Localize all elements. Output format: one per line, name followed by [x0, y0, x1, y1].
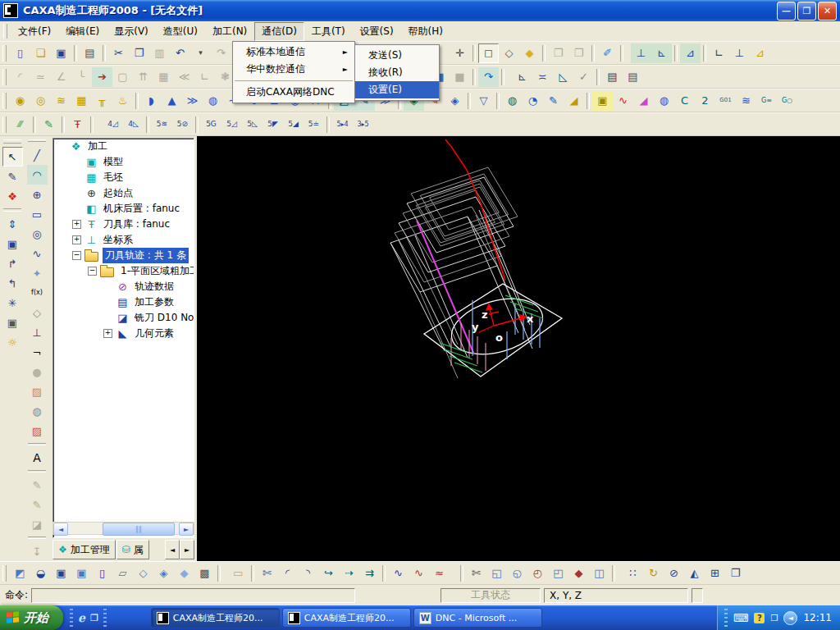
four-axis-a-icon[interactable]: 4◿	[103, 115, 123, 135]
text-tool-icon[interactable]: A	[27, 448, 48, 468]
construct-lines-icon[interactable]: ✳	[2, 293, 23, 313]
surface-sew-icon[interactable]: ◫	[589, 564, 609, 583]
menu-item-send[interactable]: 发送(S)	[355, 47, 439, 64]
spline-tool-icon[interactable]: ∿	[27, 244, 48, 263]
tree-item-model[interactable]: ▣模型	[53, 154, 194, 170]
scrollbar-thumb[interactable]: ‖‖	[103, 523, 175, 536]
tree-item-label[interactable]: 刀具库 : fanuc	[101, 217, 172, 232]
new-file-icon[interactable]: ▯	[10, 43, 30, 63]
engrave-icon[interactable]: ✎	[543, 91, 564, 111]
fillet-icon[interactable]: ◜	[277, 564, 298, 583]
image-box-icon[interactable]: ▣	[2, 313, 23, 332]
surface-cut-icon[interactable]: ◆	[568, 564, 589, 583]
tree-item-geometry-elements[interactable]: +◣几何元素	[53, 326, 194, 341]
window-tray-icon[interactable]: ❐	[770, 614, 778, 623]
square-spiral-icon[interactable]: ▣	[592, 91, 613, 111]
copy-icon[interactable]: ❐	[129, 43, 149, 63]
idea-bulb-icon[interactable]: ☼	[2, 332, 23, 352]
groove-mill-icon[interactable]: ▽	[473, 91, 494, 111]
wireframe-display-icon[interactable]: ◻	[478, 43, 499, 63]
bounding-box-icon[interactable]: ▩	[194, 564, 215, 583]
rotate-transform-icon[interactable]: ↻	[643, 564, 664, 583]
five-axis-wave-icon[interactable]: 5≋	[152, 115, 172, 135]
plane-tool-icon[interactable]: ▯	[92, 564, 112, 583]
sketch-edit-icon[interactable]: ✎	[2, 167, 23, 186]
fan-mill-icon[interactable]: ◢	[633, 91, 654, 111]
tree-item-machine-post[interactable]: ◧机床后置 : fanuc	[53, 201, 194, 217]
polygon-tool-icon[interactable]: ◇	[27, 303, 48, 322]
tree-item-label[interactable]: 坐标系	[101, 232, 135, 248]
quad-surface-2-icon[interactable]: ◈	[153, 564, 174, 583]
axis-corner-icon[interactable]: ∟	[709, 43, 729, 63]
five-axis-b-icon[interactable]: 5◺	[242, 115, 262, 135]
surface-copy-icon[interactable]: ▣	[51, 564, 71, 583]
tree-item-coordinate-system[interactable]: +⊥坐标系	[53, 232, 194, 248]
points-copy-icon[interactable]: ∷	[623, 564, 643, 583]
rough-pocket-icon[interactable]: ♨	[112, 91, 133, 111]
color-swatch-gray-icon[interactable]: ■	[450, 67, 470, 87]
array-transform-icon[interactable]: ⊞	[705, 564, 725, 583]
ucs-axis-icon[interactable]: ⊾	[651, 43, 672, 63]
curve-mill-icon[interactable]: ∿	[613, 91, 633, 111]
circle-tool-icon[interactable]: ⊕	[27, 185, 48, 204]
measure-check-icon[interactable]: ✓	[573, 67, 594, 87]
tree-item-label[interactable]: 模型	[101, 154, 126, 170]
tree-item-blank[interactable]: ▦毛坯	[53, 170, 194, 185]
collapse-icon[interactable]: −	[88, 267, 97, 276]
rectangle-tool-icon[interactable]: ▭	[27, 204, 48, 224]
two-axis-icon[interactable]: 2	[695, 91, 715, 111]
tab-machining-manager[interactable]: ❖ 加工管理	[52, 540, 116, 559]
menu-item-huazhong-cnc-comm[interactable]: 华中数控通信 ►	[233, 61, 354, 78]
shell-mill-icon[interactable]: ◍	[654, 91, 674, 111]
zoom-flashlight-icon[interactable]: ✐	[597, 43, 618, 63]
three-to-five-icon[interactable]: 3▸5	[353, 115, 373, 135]
tree-item-label[interactable]: 起始点	[101, 185, 135, 201]
tab-properties[interactable]: ⛁ 属	[116, 540, 149, 559]
point-pick-icon[interactable]: ✎	[39, 115, 59, 135]
collapse-icon[interactable]: −	[72, 251, 81, 260]
rough-spiral-icon[interactable]: ◉	[10, 91, 30, 111]
ellipse-tool-icon[interactable]: ◎	[27, 224, 48, 244]
3d-viewport[interactable]: z y x o	[197, 136, 840, 561]
g01-check-icon[interactable]: G01	[715, 91, 736, 111]
gcode-circle-icon[interactable]: G○	[777, 91, 797, 111]
surface-patch-icon[interactable]: ▨	[27, 381, 48, 401]
mirror-transform-icon[interactable]: ◭	[684, 564, 705, 583]
cone-cut-icon[interactable]: ◔	[523, 91, 543, 111]
coarse-swirl-icon[interactable]: ◍	[502, 91, 523, 111]
tree-item-toolpaths[interactable]: −刀具轨迹 : 共 1 条	[53, 248, 194, 263]
design-navigator-icon[interactable]: ❖	[2, 186, 23, 206]
menu-model[interactable]: 造型(U)	[156, 22, 205, 41]
axis-plane-icon[interactable]: ⊿	[750, 43, 770, 63]
rough-drill-icon[interactable]: ╥	[92, 91, 112, 111]
tab-scroll-left-icon[interactable]: ◄	[165, 540, 180, 559]
menu-item-standard-local-comm[interactable]: 标准本地通信 ►	[233, 43, 354, 61]
frame-move-icon[interactable]: ▣	[2, 234, 23, 253]
select-cursor-icon[interactable]: ↖	[2, 147, 23, 167]
surface-offset-icon[interactable]: ▣	[71, 564, 92, 583]
hidden-line-display-icon[interactable]: ◇	[499, 43, 519, 63]
chamfer-mill-icon[interactable]: ◢	[564, 91, 584, 111]
arc-tool-icon[interactable]: ◠	[27, 165, 48, 185]
surface-mesh-icon[interactable]: ▨	[27, 421, 48, 441]
five-axis-circle-icon[interactable]: 5⊘	[172, 115, 193, 135]
start-button[interactable]: 开始	[0, 605, 63, 630]
show-desktop-icon[interactable]: ❐	[90, 613, 98, 623]
spline-edit-icon[interactable]: ∿	[388, 564, 409, 583]
tree-item-machining-root[interactable]: ❖加工	[53, 139, 194, 154]
finish-cone-icon[interactable]: ▲	[162, 91, 182, 111]
five-to-four-icon[interactable]: 5▸4	[332, 115, 353, 135]
parallelogram-icon[interactable]: ▱	[112, 564, 133, 583]
open-file-icon[interactable]: ❏	[30, 43, 51, 63]
surface-trim-icon[interactable]: ✄	[466, 564, 486, 583]
menu-view[interactable]: 显示(V)	[107, 22, 156, 41]
keyboard-tray-icon[interactable]: ⌨	[733, 612, 749, 624]
surface-rotate-icon[interactable]: ◒	[30, 564, 51, 583]
menu-tools[interactable]: 工具(T)	[304, 22, 353, 41]
tree-item-start-point[interactable]: ⊕起始点	[53, 185, 194, 201]
tree-item-machining-params[interactable]: ▤加工参数	[53, 294, 194, 310]
tree-item-label[interactable]: 几何元素	[132, 326, 176, 341]
tab-scroll-right-icon[interactable]: ►	[180, 540, 194, 559]
gcode-gen-icon[interactable]: G≡	[756, 91, 777, 111]
five-axis-g-icon[interactable]: 5G	[201, 115, 221, 135]
